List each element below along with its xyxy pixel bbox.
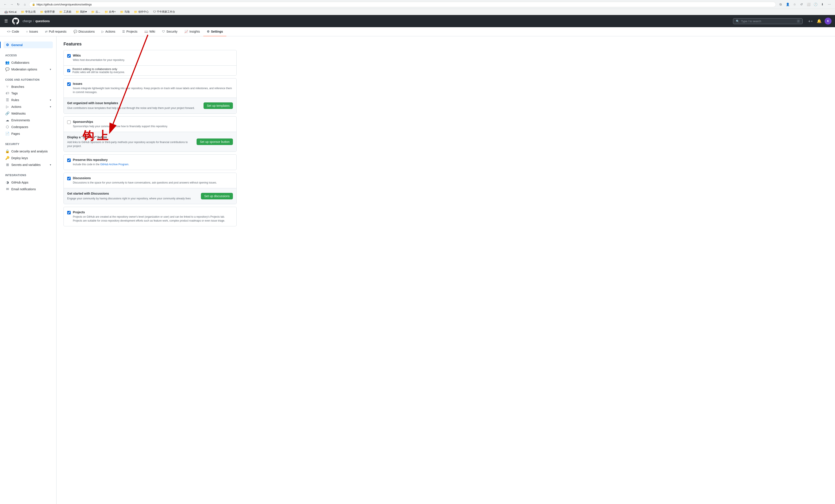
tab-projects[interactable]: ☰ Projects <box>119 27 141 36</box>
tab-wiki[interactable]: 📖 Wiki <box>141 27 159 36</box>
restrict-editing-info: Restrict editing to collaborators only P… <box>73 67 125 74</box>
page-layout: ⚙ General Access 👥 Collaborators 💬 Moder… <box>0 36 835 504</box>
sidebar-item-environments[interactable]: ☁ Environments <box>3 117 53 123</box>
bookmark-yun-label: 云... <box>96 10 100 14</box>
sidebar-item-codespaces[interactable]: ⬡ Codespaces <box>3 123 53 130</box>
username-link[interactable]: chergn <box>23 19 32 23</box>
bookmark-yun[interactable]: 📁 云... <box>89 9 102 14</box>
profile-button[interactable]: 👤 <box>785 1 791 7</box>
bookmark-wode[interactable]: 📁 我的♥ <box>74 9 88 14</box>
bookmark-shouce[interactable]: 📁 使用手册 <box>38 9 57 14</box>
repo-link[interactable]: questions <box>36 19 50 23</box>
sidebar-item-moderation[interactable]: 💬 Moderation options ▾ <box>3 66 53 73</box>
sidebar-item-webhooks[interactable]: 🔗 Webhooks <box>3 110 53 117</box>
moderation-icon: 💬 <box>5 67 9 71</box>
main-content: Features Wikis Wikis host documentation … <box>57 36 244 504</box>
sidebar-item-code-security[interactable]: 🔒 Code security and analysis <box>3 148 53 155</box>
restrict-editing-checkbox[interactable] <box>67 69 70 72</box>
feature-issues-header: Issues Issues integrate lightweight task… <box>64 79 236 98</box>
tab-discussions[interactable]: 💬 Discussions <box>70 27 98 36</box>
actions-chevron-icon: ▾ <box>50 105 51 108</box>
home-button[interactable]: ⌂ <box>22 2 27 7</box>
bookmark-gongju[interactable]: 📁 工具箱 <box>57 9 73 14</box>
collaborators-icon: 👥 <box>5 60 9 65</box>
sidebar-item-collaborators[interactable]: 👥 Collaborators <box>3 59 53 66</box>
sidebar-item-general[interactable]: ⚙ General <box>3 42 53 48</box>
sync-button[interactable]: ↺ <box>798 1 805 7</box>
forward-button[interactable]: → <box>9 2 14 7</box>
history-button[interactable]: 🕐 <box>812 1 818 7</box>
folder-icon-7: 📁 <box>120 10 123 14</box>
search-placeholder-text: Type / to search <box>741 20 761 23</box>
address-bar[interactable]: 🔒 https://github.com/chergn/questions/se… <box>29 2 776 7</box>
star-button[interactable]: ☆ <box>792 1 798 7</box>
sidebar-collaborators-label: Collaborators <box>11 61 29 64</box>
bookmark-chuangzuo-label: 创作中心 <box>138 10 149 14</box>
preserve-checkbox[interactable] <box>67 159 71 162</box>
tab-issues[interactable]: ○ Issues <box>23 27 42 36</box>
environments-icon: ☁ <box>5 118 9 122</box>
tab-insights[interactable]: 📈 Insights <box>181 27 203 36</box>
set-up-sponsor-button[interactable]: Set up sponsor button <box>197 139 233 145</box>
search-container: 🔍 Type / to search / <box>733 18 802 24</box>
reload-button[interactable]: ↻ <box>16 2 21 7</box>
bookmark-wuzhijing[interactable]: 📁 学无止境 <box>19 9 37 14</box>
sidebar-item-github-apps[interactable]: ◑ GitHub Apps <box>3 179 53 186</box>
search-box[interactable]: 🔍 Type / to search / <box>733 18 802 24</box>
bookmarks-bar: 🤖 Kimi.ai 📁 学无止境 📁 使用手册 📁 工具箱 📁 我的♥ 📁 云.… <box>0 9 835 15</box>
bookmark-qianniu[interactable]: 🛡 千牛商家工作台 <box>151 9 177 14</box>
github-archive-link[interactable]: GitHub Archive Program <box>100 163 128 166</box>
feature-sponsorships: Sponsorships Sponsorships help your comm… <box>63 116 237 152</box>
sidebar-item-branches[interactable]: ⑂ Branches <box>3 83 53 90</box>
bookmark-maiba[interactable]: 📁 马场 <box>118 9 131 14</box>
inbox-button[interactable]: 🔔 <box>815 18 823 24</box>
feature-projects-info: Projects Projects on GitHub are created … <box>73 210 233 223</box>
projects-checkbox[interactable] <box>67 211 71 215</box>
back-button[interactable]: ← <box>3 2 8 7</box>
discussions-desc: Discussions is the space for your commun… <box>73 181 233 185</box>
sidebar-item-email-notifications[interactable]: ✉ Email notifications <box>3 186 53 193</box>
sidebar-item-deploy-keys[interactable]: 🔑 Deploy keys <box>3 155 53 161</box>
sidebar-item-rules[interactable]: ☰ Rules ▾ <box>3 97 53 103</box>
feature-preserve-info: Preserve this repository Include this co… <box>73 158 233 166</box>
feature-wikis: Wikis Wikis host documentation for your … <box>63 50 237 76</box>
discussions-checkbox[interactable] <box>67 177 71 180</box>
set-up-templates-button[interactable]: Set up templates <box>204 102 233 109</box>
set-up-discussions-button[interactable]: Set up discussions <box>201 193 233 199</box>
tablet-button[interactable]: ⬜ <box>806 1 812 7</box>
more-button[interactable]: ⋯ <box>826 1 832 7</box>
wikis-name: Wikis <box>73 54 233 57</box>
bookmark-chuangzuo[interactable]: 📁 创作中心 <box>132 9 150 14</box>
tab-settings[interactable]: ⚙ Settings <box>203 27 226 36</box>
hamburger-menu-button[interactable]: ☰ <box>3 18 9 24</box>
actions-nav-icon: ▷ <box>102 30 104 33</box>
tab-code[interactable]: <> Code <box>3 27 23 36</box>
bookmark-zikao[interactable]: 📁 自考+ <box>103 9 117 14</box>
tab-actions[interactable]: ▷ Actions <box>98 27 119 36</box>
browser-toolbar-right: ⧉ 👤 ☆ ↺ ⬜ 🕐 ⬇ ⋯ <box>778 1 832 7</box>
sponsorships-checkbox[interactable] <box>67 120 71 124</box>
sidebar-item-actions[interactable]: ▷ Actions ▾ <box>3 103 53 110</box>
github-logo[interactable] <box>12 18 19 24</box>
issues-subpanel-title: Get organized with issue templates <box>67 101 200 105</box>
download-button[interactable]: ⬇ <box>819 1 826 7</box>
bookmark-kimi[interactable]: 🤖 Kimi.ai <box>3 9 18 14</box>
sidebar-item-pages[interactable]: 📄 Pages <box>3 130 53 137</box>
tab-security[interactable]: 🛡 Security <box>159 27 181 36</box>
restrict-editing-desc: Public wikis will still be readable by e… <box>73 70 125 74</box>
avatar[interactable]: K <box>824 18 832 24</box>
sidebar-item-secrets[interactable]: ⊞ Secrets and variables ▾ <box>3 161 53 168</box>
tab-pull-requests[interactable]: ⇄ Pull requests <box>42 27 70 36</box>
sidebar-code-title: Code and automation <box>3 77 53 83</box>
sidebar-item-tags[interactable]: 🏷 Tags <box>3 90 53 97</box>
discussions-nav-icon: 💬 <box>74 30 77 33</box>
preserve-desc-prefix: Include this code in the <box>73 163 100 166</box>
wikis-checkbox[interactable] <box>67 54 71 58</box>
sidebar-access-section: Access 👥 Collaborators 💬 Moderation opti… <box>3 53 53 73</box>
preserve-desc: Include this code in the GitHub Archive … <box>73 162 233 166</box>
extensions-button[interactable]: ⧉ <box>778 1 784 7</box>
create-button[interactable]: ＋ ▾ <box>806 18 814 24</box>
folder-icon-2: 📁 <box>40 10 43 14</box>
issues-checkbox[interactable] <box>67 82 71 86</box>
sidebar-codespaces-label: Codespaces <box>11 125 28 129</box>
